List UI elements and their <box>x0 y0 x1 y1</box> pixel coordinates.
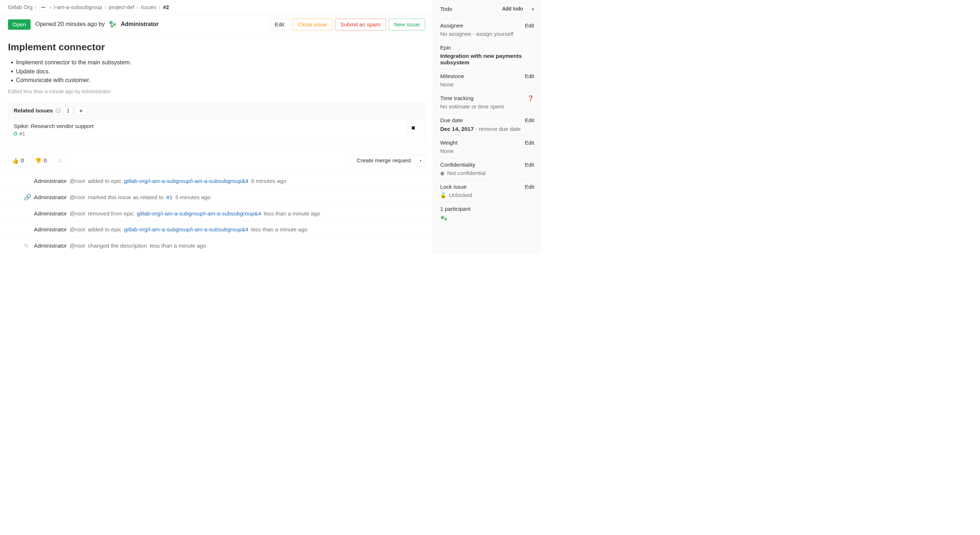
thumbs-down-button[interactable]: 👎 0 <box>31 155 50 167</box>
assignee-edit[interactable]: Edit <box>525 22 534 29</box>
assignee-value[interactable]: No assignee - assign yourself <box>440 31 534 37</box>
related-issues-box: Related issues ⓘ 1 ＋ Spike: Research ven… <box>8 103 425 141</box>
activity-item: Administrator @root added to epic gitlab… <box>0 173 433 189</box>
epic-value[interactable]: Integration with new payments subsystem <box>440 53 522 65</box>
chevron-right-icon: › <box>50 4 52 11</box>
status-badge: Open <box>8 19 30 30</box>
issue-header: Open Opened 20 minutes ago by Administra… <box>0 15 433 34</box>
chevron-right-icon: › <box>137 4 138 11</box>
remove-due-date-link[interactable]: - remove due date <box>474 126 521 132</box>
desc-item: Update docs. <box>16 67 425 76</box>
create-mr-dropdown-toggle[interactable]: ▾ <box>416 155 425 167</box>
time-tracking-help-icon[interactable]: ❓ <box>527 95 534 102</box>
add-related-button[interactable]: ＋ <box>75 106 86 115</box>
link-icon: 🔗 <box>24 194 31 201</box>
close-issue-button[interactable]: Close issue <box>293 19 332 30</box>
add-todo-button[interactable]: Add todo <box>498 4 527 14</box>
activity-link[interactable]: gitlab-org/i-am-a-subgroup/i-am-a-subsub… <box>124 178 248 184</box>
eye-icon: ◉ <box>440 170 445 176</box>
confidentiality-value: Not confidential <box>447 170 486 176</box>
help-icon[interactable]: ⓘ <box>56 107 61 114</box>
activity-item: 🔗 Administrator @root marked this issue … <box>0 189 433 205</box>
breadcrumb-current: #2 <box>163 4 169 11</box>
milestone-value: None <box>440 81 534 88</box>
activity-feed: Administrator @root added to epic gitlab… <box>0 173 433 254</box>
due-date-edit[interactable]: Edit <box>525 117 534 124</box>
activity-item: ✎ Administrator @root changed the descri… <box>0 238 433 254</box>
activity-item: Administrator @root added to epic gitlab… <box>0 222 433 238</box>
sidebar: Todo Add todo » Assignee Edit No assigne… <box>433 0 541 254</box>
related-issues-title: Related issues <box>14 108 53 114</box>
related-count: 1 <box>64 106 73 115</box>
activity-link[interactable]: #1 <box>166 194 172 201</box>
unlock-icon: 🔓 <box>440 192 447 198</box>
due-date-value: Dec 14, 2017 <box>440 126 474 132</box>
thumbs-up-button[interactable]: 👍 0 <box>8 155 27 167</box>
smiley-icon: ☺ <box>57 157 63 164</box>
collapse-sidebar-icon[interactable]: » <box>531 6 534 11</box>
breadcrumb-org[interactable]: Gitlab Org <box>8 4 33 11</box>
confidentiality-edit[interactable]: Edit <box>525 162 534 168</box>
pencil-icon: ✎ <box>24 242 29 249</box>
remove-related-button[interactable]: ✖ <box>407 123 420 133</box>
related-issue-item[interactable]: Spike: Research vendor support #1 ✖ <box>8 119 425 141</box>
breadcrumb-project[interactable]: project-def <box>109 4 134 11</box>
desc-item: Communicate with customer. <box>16 76 425 85</box>
weight-label: Weight <box>440 140 457 146</box>
add-reaction-button[interactable]: ☺ <box>54 155 67 167</box>
thumbs-up-count: 0 <box>21 157 24 164</box>
thumbs-down-icon: 👎 <box>35 157 41 164</box>
lock-value: Unlocked <box>449 192 472 199</box>
milestone-edit[interactable]: Edit <box>525 73 534 79</box>
breadcrumb: Gitlab Org › ••• › i-am-a-subsubgroup › … <box>0 0 433 15</box>
time-tracking-label: Time tracking <box>440 95 473 102</box>
chevron-right-icon: › <box>159 4 161 11</box>
reactions-row: 👍 0 👎 0 ☺ Create merge request ▾ <box>0 148 433 173</box>
submit-spam-button[interactable]: Submit as spam <box>335 19 386 30</box>
milestone-label: Milestone <box>440 73 464 79</box>
breadcrumb-issues[interactable]: Issues <box>141 4 156 11</box>
epic-label: Epic <box>440 44 451 51</box>
related-issue-ref: #1 <box>19 130 25 137</box>
edit-button[interactable]: Edit <box>269 19 290 30</box>
activity-item: Administrator @root removed from epic gi… <box>0 205 433 222</box>
desc-item: Implement connector to the main subsyste… <box>16 58 425 67</box>
weight-edit[interactable]: Edit <box>525 140 534 146</box>
related-issue-title: Spike: Research vendor support <box>14 123 94 129</box>
author-avatar[interactable] <box>108 20 117 29</box>
issue-title: Implement connector <box>8 41 425 52</box>
time-tracking-value: No estimate or time spent <box>440 103 534 110</box>
edited-note: Edited less than a minute ago by Adminis… <box>8 89 425 95</box>
activity-link[interactable]: gitlab-org/i-am-a-subgroup/i-am-a-subsub… <box>137 210 261 217</box>
issue-open-icon <box>14 132 18 136</box>
create-merge-request-button[interactable]: Create merge request <box>351 155 416 167</box>
breadcrumb-subgroup[interactable]: i-am-a-subsubgroup <box>54 4 102 11</box>
new-issue-button[interactable]: New issue <box>389 19 425 30</box>
author-name[interactable]: Administrator <box>121 21 159 27</box>
confidentiality-label: Confidentiality <box>440 162 475 168</box>
breadcrumb-ellipsis[interactable]: ••• <box>39 5 48 10</box>
due-date-label: Due date <box>440 117 463 124</box>
lock-edit[interactable]: Edit <box>525 184 534 190</box>
assignee-label: Assignee <box>440 22 463 29</box>
participants-label: 1 participant <box>440 206 471 213</box>
caret-down-icon: ▾ <box>420 159 421 162</box>
chevron-right-icon: › <box>105 4 106 11</box>
thumbs-down-count: 0 <box>44 157 47 164</box>
opened-meta: Opened 20 minutes ago by Administrator <box>35 20 158 29</box>
thumbs-up-icon: 👍 <box>12 157 19 164</box>
issue-description: Implement connector to the main subsyste… <box>8 58 425 84</box>
chevron-right-icon: › <box>35 4 37 11</box>
lock-label: Lock issue <box>440 184 466 190</box>
todo-label: Todo <box>440 6 452 12</box>
participant-avatar[interactable] <box>440 215 448 223</box>
weight-value: None <box>440 148 534 154</box>
activity-link[interactable]: gitlab-org/i-am-a-subgroup/i-am-a-subsub… <box>124 226 248 233</box>
